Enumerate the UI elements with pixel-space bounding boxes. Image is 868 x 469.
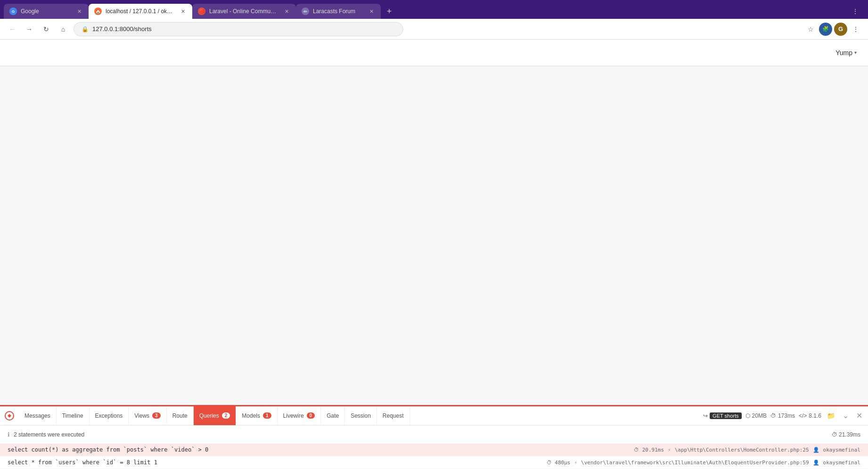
tab-laracasts[interactable]: ✏ Laracasts Forum ✕: [296, 4, 381, 19]
debugbar-tab-timeline[interactable]: Timeline: [57, 406, 90, 425]
tab-laravel-title: Laravel - Online Communities: [209, 8, 279, 15]
statements-info: 2 statements were executed: [14, 431, 84, 438]
debug-panel: ℹ 2 statements were executed ⏱ 21.39ms: [0, 425, 868, 444]
route-info: ↪ GET shorts: [703, 412, 741, 419]
tab-google-close[interactable]: ✕: [75, 8, 83, 15]
tab-request-label: Request: [383, 412, 404, 419]
clock-icon: ⏱: [770, 412, 776, 419]
q1-user-icon: 👤: [813, 447, 819, 453]
info-icon: ℹ: [8, 431, 10, 438]
q1-file: \app\Http\Controllers\HomeController.php…: [675, 447, 809, 453]
main-content: [0, 66, 868, 410]
tab-google[interactable]: G Google ✕: [4, 4, 89, 19]
memory-info: ⬡ 20MB: [745, 412, 767, 419]
reload-button[interactable]: ↻: [40, 23, 53, 36]
tab-gate-label: Gate: [327, 412, 339, 419]
q1-user: okaysmefinal: [823, 447, 860, 453]
tab-livewire-badge: 0: [307, 412, 315, 419]
query-row-2: select * from `users` where `id` = 8 lim…: [0, 456, 868, 469]
tab-models-badge: 1: [263, 412, 271, 419]
debug-info-row: ℹ 2 statements were executed ⏱ 21.39ms: [8, 429, 860, 440]
google-favicon: G: [9, 8, 17, 15]
debug-tabs-row: Messages Timeline Exceptions Views 3 Rou…: [0, 406, 868, 425]
debugbar-tab-queries[interactable]: Queries 2: [194, 406, 237, 425]
q2-user: okaysmefinal: [823, 460, 860, 466]
more-button[interactable]: ⋮: [849, 23, 862, 36]
share-icon[interactable]: 📁: [825, 410, 837, 421]
tab-laracasts-close[interactable]: ✕: [368, 8, 375, 15]
tab-local-title: localhost / 127.0.0.1 / okaysmefin...: [106, 8, 175, 15]
q1-file-icon: ⚡: [668, 447, 671, 453]
forward-button[interactable]: →: [23, 23, 36, 36]
tab-route-label: Route: [172, 412, 188, 419]
debugbar-right-info: ↪ GET shorts ⬡ 20MB ⏱ 173ms </> 8.1.6 📁 …: [703, 409, 864, 422]
window-menu-button[interactable]: ⋮: [850, 6, 860, 17]
page-content: Yump ▾: [0, 40, 868, 412]
tab-models-label: Models: [242, 412, 260, 419]
close-debugbar-button[interactable]: ✕: [854, 409, 864, 422]
debugbar-tab-exceptions[interactable]: Exceptions: [90, 406, 129, 425]
tab-exceptions-label: Exceptions: [95, 412, 123, 419]
lock-icon: 🔒: [82, 26, 89, 32]
query-meta-2: ⏱ 480μs ⚡ \vendor\laravel\framework\src\…: [547, 460, 860, 466]
query-row-1: select count(*) as aggregate from `posts…: [0, 444, 868, 456]
address-input[interactable]: 🔒 127.0.0.1:8000/shorts: [74, 22, 403, 36]
total-timing: ⏱ 21.39ms: [832, 431, 860, 438]
home-button[interactable]: ⌂: [57, 23, 70, 36]
user-label: Yump: [835, 49, 852, 57]
tab-laravel[interactable]: 🔴 Laravel - Online Communities ✕: [192, 4, 296, 19]
address-icons: ☆ 🧩 G ⋮: [804, 23, 862, 36]
user-menu[interactable]: Yump ▾: [835, 49, 857, 57]
query-text-2: select * from `users` where `id` = 8 lim…: [8, 459, 157, 466]
laravel-favicon: 🔴: [198, 8, 205, 15]
back-button[interactable]: ←: [6, 23, 19, 36]
time-value: 173ms: [778, 412, 795, 419]
tab-bar: G Google ✕ 🏠 localhost / 127.0.0.1 / oka…: [0, 0, 868, 19]
time-info: ⏱ 173ms: [770, 412, 795, 419]
user-dropdown-arrow: ▾: [854, 50, 857, 55]
profile-button[interactable]: G: [834, 23, 847, 36]
bookmark-icon[interactable]: ☆: [804, 23, 817, 36]
q2-file: \vendor\laravel\framework\src\Illuminate…: [581, 460, 809, 466]
expand-icon[interactable]: ⌄: [841, 409, 851, 422]
q1-text: select count(*) as aggregate from `posts…: [8, 446, 208, 453]
address-url: 127.0.0.1:8000/shorts: [92, 25, 152, 32]
debugbar-tab-livewire[interactable]: Livewire 0: [278, 406, 321, 425]
route-badge: GET shorts: [710, 412, 741, 419]
debugbar-tab-route[interactable]: Route: [167, 406, 194, 425]
tab-messages-label: Messages: [25, 412, 50, 419]
tab-google-title: Google: [21, 8, 72, 15]
debugbar-tab-views[interactable]: Views 3: [129, 406, 166, 425]
debug-bar: Messages Timeline Exceptions Views 3 Rou…: [0, 405, 868, 469]
tab-views-badge: 3: [152, 412, 161, 419]
q2-user-icon: 👤: [813, 460, 819, 466]
q2-file-icon: ⚡: [574, 460, 577, 466]
extension-icon[interactable]: 🧩: [819, 23, 832, 36]
debugbar-tab-messages[interactable]: Messages: [19, 406, 57, 425]
php-icon: </>: [799, 412, 807, 419]
memory-icon: ⬡: [745, 412, 750, 419]
php-version: 8.1.6: [809, 412, 821, 419]
tab-timeline-label: Timeline: [62, 412, 83, 419]
debugbar-tab-gate[interactable]: Gate: [321, 406, 345, 425]
browser-chrome: G Google ✕ 🏠 localhost / 127.0.0.1 / oka…: [0, 0, 868, 40]
tab-local-close[interactable]: ✕: [179, 8, 187, 15]
tab-laravel-close[interactable]: ✕: [283, 8, 290, 15]
q2-timing: ⏱ 480μs: [547, 460, 571, 466]
debugbar-tab-request[interactable]: Request: [377, 406, 410, 425]
debugbar-tab-models[interactable]: Models 1: [236, 406, 277, 425]
q1-timing: ⏱ 20.91ms: [634, 447, 664, 453]
tab-livewire-label: Livewire: [283, 412, 304, 419]
tab-local[interactable]: 🏠 localhost / 127.0.0.1 / okaysmefin... …: [89, 4, 192, 19]
memory-value: 20MB: [752, 412, 767, 419]
local-favicon: 🏠: [94, 8, 102, 15]
tab-session-label: Session: [351, 412, 371, 419]
app-nav: Yump ▾: [0, 40, 868, 66]
address-bar: ← → ↻ ⌂ 🔒 127.0.0.1:8000/shorts ☆ 🧩 G ⋮: [0, 19, 868, 40]
route-arrow-icon: ↪: [703, 412, 708, 419]
debugbar-tab-session[interactable]: Session: [345, 406, 377, 425]
new-tab-button[interactable]: +: [383, 5, 396, 18]
debugbar-logo: [4, 410, 15, 421]
query-meta-1: ⏱ 20.91ms ⚡ \app\Http\Controllers\HomeCo…: [634, 447, 860, 453]
tab-queries-label: Queries: [199, 412, 219, 419]
